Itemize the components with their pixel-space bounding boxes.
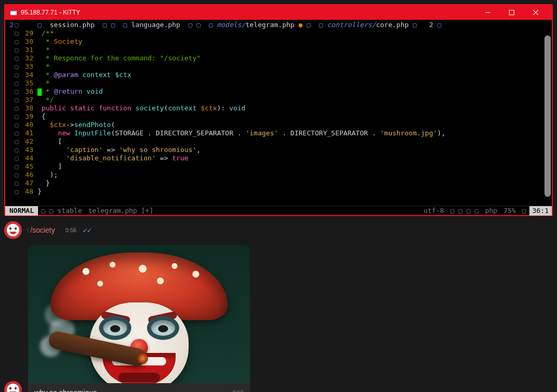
vim-mode: NORMAL (5, 206, 38, 216)
chat-message-command[interactable]: /society 0:56 ✓✓ (4, 221, 553, 239)
minimize-button[interactable] (476, 5, 500, 20)
fold-column: ▢▢▢▢▢▢▢▢▢▢▢▢▢▢▢▢▢▢▢▢▢ (15, 20, 22, 206)
statusbar: NORMAL ▢ ▢ stable telegram.php [+] utf-8… (5, 206, 552, 215)
photo-image[interactable] (28, 245, 250, 383)
tabline-left-count: 2 (5, 20, 15, 206)
code-area[interactable]: ▢ session.php ▢ ▢ ▢ language.php ▢ ▢ ▢ m… (38, 20, 552, 206)
read-checks-icon: ✓✓ (83, 226, 92, 234)
status-filetype: php (482, 207, 500, 214)
app-icon (9, 8, 18, 17)
terminal-window: 95.188.77.71 - KiTTY 2 ▢▢▢▢▢▢▢▢▢▢▢▢▢▢▢▢▢… (4, 4, 553, 216)
scrollbar-thumb[interactable] (544, 35, 551, 197)
chat-message-photo[interactable]: why so shroomious 0:56 (4, 245, 553, 392)
editor-body[interactable]: 2 ▢▢▢▢▢▢▢▢▢▢▢▢▢▢▢▢▢▢▢▢▢ 2930313233343536… (5, 20, 552, 206)
cursor (38, 88, 42, 96)
avatar[interactable] (4, 221, 22, 239)
close-button[interactable] (524, 5, 548, 20)
scrollbar[interactable] (543, 35, 551, 195)
photo-time: 0:56 (233, 389, 244, 392)
chat-area: /society 0:56 ✓✓ why so shroomious 0:56 (4, 221, 553, 392)
avatar[interactable] (4, 381, 22, 392)
buffer-tabline[interactable]: ▢ session.php ▢ ▢ ▢ language.php ▢ ▢ ▢ m… (38, 21, 552, 29)
line-numbers: 2930313233343536373839404142434445464748 (22, 20, 38, 206)
titlebar[interactable]: 95.188.77.71 - KiTTY (5, 5, 552, 20)
svg-rect-1 (10, 10, 17, 11)
svg-rect-3 (510, 10, 514, 15)
message-time: 0:56 (65, 227, 76, 233)
status-percent: 75% (500, 207, 518, 214)
status-position: 36:1 (529, 206, 552, 216)
photo-caption: why so shroomious (34, 388, 97, 392)
window-title: 95.188.77.71 - KiTTY (21, 9, 476, 16)
maximize-button[interactable] (500, 5, 524, 20)
command-text: /society (26, 224, 59, 236)
status-file: telegram.php [+] (85, 207, 156, 214)
window-controls (476, 5, 548, 20)
status-encoding: utf-8 (420, 207, 447, 214)
